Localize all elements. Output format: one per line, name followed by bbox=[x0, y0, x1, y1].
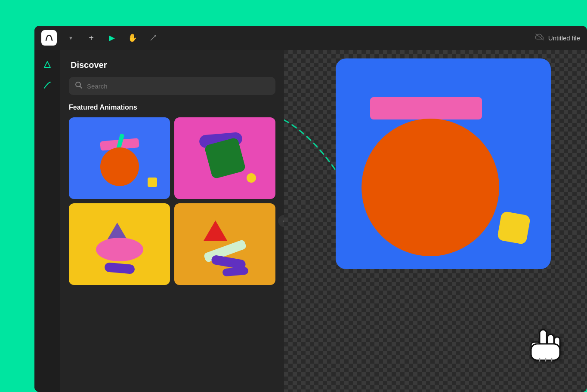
play-button[interactable]: ▶ bbox=[105, 31, 119, 45]
svg-rect-8 bbox=[531, 344, 560, 360]
animation-card-3[interactable] bbox=[69, 203, 170, 285]
search-input[interactable] bbox=[87, 83, 269, 90]
animation-card-2[interactable] bbox=[174, 117, 275, 199]
canvas-area[interactable] bbox=[284, 50, 587, 392]
orange-circle-shape bbox=[361, 119, 499, 256]
card1-circle bbox=[100, 147, 139, 186]
dropdown-icon[interactable]: ▾ bbox=[64, 31, 77, 45]
topbar: ▾ + ▶ ✋ Untitled file bbox=[34, 26, 587, 50]
hand-tool[interactable]: ✋ bbox=[126, 31, 139, 45]
card4-triangle bbox=[203, 220, 227, 241]
main-canvas-card bbox=[336, 58, 551, 269]
search-bar[interactable] bbox=[69, 77, 275, 95]
cursor-hand bbox=[527, 328, 561, 366]
discover-title: Discover bbox=[60, 50, 284, 77]
file-title-area: Untitled file bbox=[534, 33, 580, 43]
pink-bar-shape bbox=[370, 97, 482, 119]
svg-point-0 bbox=[154, 35, 156, 37]
card1-square bbox=[148, 178, 157, 187]
animation-grid bbox=[60, 117, 284, 285]
svg-line-2 bbox=[80, 86, 82, 89]
app-window: ▾ + ▶ ✋ Untitled file bbox=[34, 26, 587, 392]
shapes-tool[interactable] bbox=[40, 57, 55, 72]
file-title: Untitled file bbox=[548, 34, 580, 42]
add-button[interactable]: + bbox=[84, 31, 98, 45]
card2-dot bbox=[247, 173, 256, 183]
card4-worm2 bbox=[222, 266, 248, 276]
animation-card-1[interactable] bbox=[69, 117, 170, 199]
pen-tool-top[interactable] bbox=[146, 31, 160, 45]
sidebar-thin bbox=[34, 50, 60, 392]
search-icon bbox=[75, 81, 83, 91]
card3-blob bbox=[96, 238, 143, 261]
yellow-square-shape[interactable] bbox=[497, 211, 531, 245]
animation-card-4[interactable] bbox=[174, 203, 275, 285]
discover-panel: Discover Featured Animations bbox=[60, 50, 284, 392]
cloud-off-icon bbox=[534, 33, 545, 43]
logo-button[interactable] bbox=[41, 30, 57, 46]
card3-worm bbox=[104, 262, 135, 274]
featured-animations-label: Featured Animations bbox=[60, 104, 284, 117]
pen-tool-sidebar[interactable] bbox=[40, 77, 55, 93]
